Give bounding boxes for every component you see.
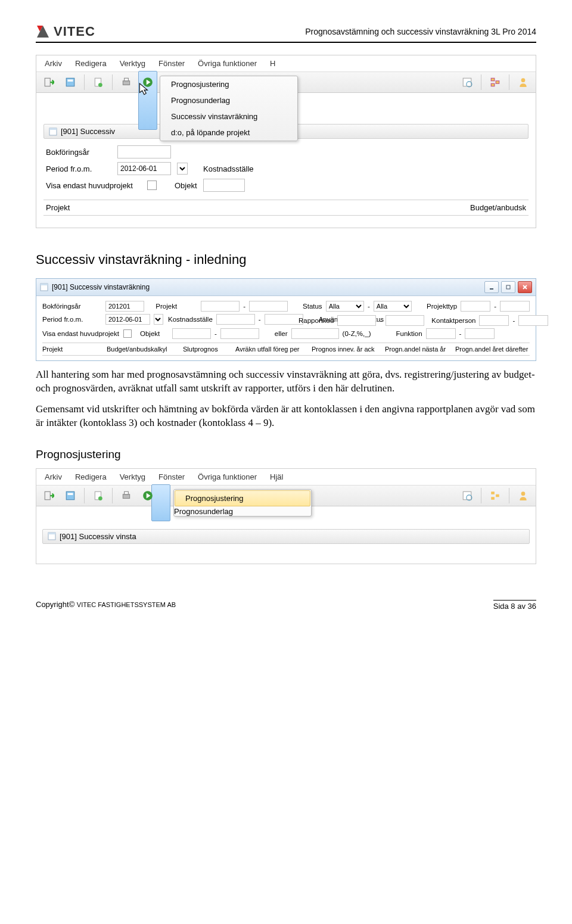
dd-prognosunderlag[interactable]: Prognosunderlag [160, 92, 297, 108]
w2-input-eller[interactable] [291, 328, 339, 339]
ss3-menu-verktyg[interactable]: Verktyg [120, 472, 145, 481]
dd-successiv[interactable]: Successiv vinstavräkning [160, 108, 297, 125]
ss3-exit-icon[interactable] [41, 488, 57, 503]
w2-input-obj2[interactable] [220, 328, 259, 339]
ss3-calc-icon[interactable] [63, 488, 78, 503]
col-projekt: Projekt [46, 203, 70, 212]
svg-rect-26 [66, 491, 74, 500]
w2-select-status2[interactable]: Alla [374, 301, 412, 312]
label-kostnadsstalle: Kostnadsställe [203, 164, 254, 173]
w2-label-rapportkod: Rapportkod [299, 317, 334, 324]
w2-col-5: Progn.andel nästa år [385, 346, 450, 353]
w2-input-projekt1[interactable] [201, 301, 240, 312]
ss3-new-doc-icon[interactable] [91, 488, 106, 503]
svg-point-39 [521, 491, 526, 496]
select-period[interactable] [177, 163, 188, 175]
minimize-button[interactable] [484, 281, 499, 293]
input-bokforingsar[interactable] [117, 145, 171, 158]
ss3-print-icon[interactable] [119, 488, 134, 503]
w2-input-bokforingsar[interactable] [105, 301, 144, 312]
checkbox-visa[interactable] [147, 181, 157, 190]
w2-input-kp1[interactable] [479, 315, 509, 326]
svg-rect-15 [496, 81, 499, 84]
w2-input-fn1[interactable] [426, 328, 456, 339]
new-doc-icon[interactable] [91, 74, 106, 90]
menu-fonster[interactable]: Fönster [158, 59, 185, 68]
menu-arkiv[interactable]: Arkiv [45, 59, 62, 68]
w2-input-ks2[interactable] [265, 314, 303, 325]
menu-h[interactable]: H [270, 59, 275, 68]
window-icon [49, 127, 57, 136]
input-period[interactable] [117, 162, 171, 175]
w2-input-pt2[interactable] [500, 301, 530, 312]
w2-col-4: Prognos innev. år ack [312, 346, 380, 353]
ss3-user-icon[interactable] [515, 488, 531, 503]
page-header-title: Prognosavstämning och successiv vinstavr… [305, 27, 536, 36]
tree-icon[interactable] [487, 74, 503, 90]
ss3-menu-fonster[interactable]: Fönster [158, 472, 185, 481]
w2-label-regex: (0-Z,%,_) [343, 330, 371, 337]
paragraph-2: Gemensamt vid utskrifter och hämtning av… [36, 403, 536, 430]
w2-label-projekt: Projekt [156, 303, 197, 310]
w2-input-rk1[interactable] [337, 315, 376, 326]
ss3-dd-prognosunderlag[interactable]: Prognosunderlag [174, 507, 311, 516]
input-objekt[interactable] [203, 179, 245, 192]
menu-redigera[interactable]: Redigera [75, 59, 107, 68]
label-period: Period fr.o.m. [46, 164, 111, 173]
dropdown-menu: Prognosjustering Prognosunderlag Success… [160, 76, 298, 141]
ss3-menu-arkiv[interactable]: Arkiv [45, 472, 62, 481]
w2-input-fn2[interactable] [465, 328, 495, 339]
dd-prognosjustering[interactable]: Prognosjustering [160, 76, 297, 92]
w2-input-kp2[interactable] [518, 315, 548, 326]
calc-icon[interactable] [63, 74, 78, 90]
exit-icon[interactable] [41, 74, 57, 90]
w2-select-status[interactable]: Alla [326, 301, 364, 312]
ss3-menubar: Arkiv Redigera Verktyg Fönster Övriga fu… [36, 469, 536, 486]
w2-input-pt1[interactable] [461, 301, 490, 312]
screenshot-3: Arkiv Redigera Verktyg Fönster Övriga fu… [36, 468, 536, 564]
w2-checkbox-visa[interactable] [123, 329, 132, 338]
w2-label-funktion: Funktion [396, 330, 422, 337]
logo-icon [36, 24, 50, 39]
footer-page: Sida 8 av 36 [493, 600, 536, 611]
w2-label-kontaktperson: Kontaktperson [431, 317, 475, 324]
svg-rect-20 [41, 284, 48, 285]
user-icon[interactable] [515, 74, 531, 90]
w2-label-kostnadsstalle: Kostnadsställe [168, 316, 213, 323]
menu-verktyg[interactable]: Verktyg [120, 59, 145, 68]
w2-input-obj1[interactable] [172, 328, 211, 339]
ss3-menu-ovriga[interactable]: Övriga funktioner [198, 472, 257, 481]
svg-rect-37 [491, 497, 495, 500]
ss3-tree-icon[interactable] [487, 488, 503, 503]
w2-input-rk2[interactable] [386, 315, 424, 326]
ss3-menu-redigera[interactable]: Redigera [75, 472, 107, 481]
svg-rect-31 [125, 491, 129, 494]
w2-col-6: Progn.andel året därefter [455, 346, 528, 353]
ss3-dropdown: Prognosjustering Prognosunderlag [173, 489, 312, 517]
ss3-menu-hjal[interactable]: Hjäl [270, 472, 283, 481]
screenshot-2: [901] Successiv vinstavräkning Bokföring… [36, 278, 536, 361]
print-icon[interactable] [119, 74, 134, 90]
menu-ovriga[interactable]: Övriga funktioner [198, 59, 257, 68]
w2-sel-period[interactable] [154, 314, 163, 325]
label-objekt: Objekt [175, 181, 197, 190]
w2-input-ks1[interactable] [216, 314, 255, 325]
ss3-play-icon[interactable] [140, 488, 156, 503]
close-button[interactable] [518, 281, 532, 293]
maximize-button[interactable] [501, 281, 515, 293]
svg-rect-36 [491, 491, 495, 494]
w2-input-projekt2[interactable] [249, 301, 288, 312]
w2-label-bokforingsar: Bokföringsår [42, 303, 102, 310]
svg-rect-41 [48, 533, 55, 534]
svg-rect-22 [506, 285, 510, 289]
ss3-preview-icon[interactable] [459, 488, 475, 503]
w2-input-period[interactable] [105, 314, 150, 325]
dd-lopande[interactable]: d:o, på löpande projekt [160, 125, 297, 141]
ss3-window-icon [48, 532, 56, 540]
preview-icon[interactable] [459, 74, 475, 90]
ss3-dd-prognosjustering[interactable]: Prognosjustering [175, 490, 310, 506]
svg-rect-30 [123, 494, 129, 499]
w2-label-visa: Visa endast huvudprojekt [42, 330, 120, 337]
w2-col-1: Budget/anbudskalkyl [107, 346, 178, 353]
footer-copyright: Copyright© Vitec Fastighetssystem AB [36, 600, 176, 611]
